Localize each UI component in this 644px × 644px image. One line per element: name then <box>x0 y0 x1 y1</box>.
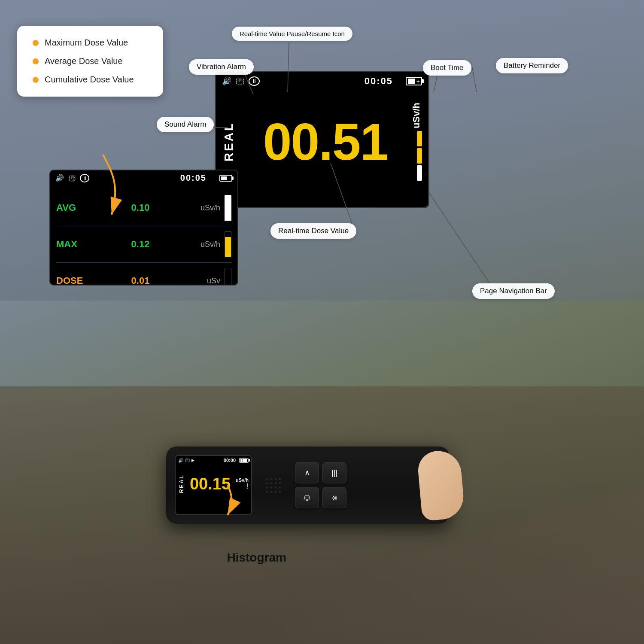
battery-reminder-callout: Battery Reminder <box>496 58 568 73</box>
mini-value-dec: 15 <box>213 475 231 493</box>
realtime-pause-text: Real-time Value Pause/Resume Icon <box>240 30 345 37</box>
page-nav-bar-callout: Page Navigation Bar <box>472 283 555 299</box>
stats-battery <box>219 175 232 182</box>
dose-row: DOSE 0.01 uSv <box>56 263 231 286</box>
stats-battery-cap <box>232 176 234 180</box>
btn-up-icon: ∧ <box>304 468 310 477</box>
nav-seg-2 <box>417 148 422 164</box>
dose-value: 0.01 <box>95 275 186 286</box>
sp-d16 <box>279 490 281 493</box>
battery-reminder-text: Battery Reminder <box>504 61 560 70</box>
unit-text: uSv/h <box>411 103 422 128</box>
nav-seg-1 <box>417 131 422 146</box>
realtime-dose-callout: Real-time Dose Value <box>270 223 356 239</box>
histogram-label: Histogram <box>227 551 286 565</box>
btn-graph[interactable]: ||| <box>322 462 346 483</box>
max-indicator-fill <box>225 237 231 257</box>
realtime-pause-callout: Real-time Value Pause/Resume Icon <box>232 27 352 41</box>
cumul-dot <box>33 77 39 83</box>
stats-screen: 🔊 📳 ⏸ 00:05 AVG 0.10 uSv/h MAX 0.12 uSv/… <box>49 170 238 286</box>
mini-sound-icon: 🔊 <box>178 458 183 463</box>
info-item-max: Maximum Dose Value <box>33 38 148 48</box>
avg-indicator <box>225 195 231 221</box>
device-body: 🔊 📳 ▶ 00:00 REAL 00. 15 uSv/h ! <box>166 447 450 524</box>
mini-value-int: 00. <box>190 475 213 493</box>
avg-dot <box>33 58 39 64</box>
realtime-dose-text: Real-time Dose Value <box>278 227 349 235</box>
unit-section: uSv/h <box>411 103 422 181</box>
boot-time-callout: Boot Time <box>423 60 471 76</box>
btn-settings[interactable]: ⊗ <box>322 487 346 508</box>
stats-status-bar: 🔊 📳 ⏸ 00:05 <box>50 170 237 185</box>
device-container: 🔊 📳 ▶ 00:00 REAL 00. 15 uSv/h ! <box>166 447 450 524</box>
sp-d1 <box>266 477 268 480</box>
vibration-alarm-text: Vibration Alarm <box>197 63 246 71</box>
mini-play-icon: ▶ <box>191 458 194 462</box>
sp-d10 <box>270 486 273 489</box>
sp-d14 <box>270 490 273 493</box>
info-item-avg: Average Dose Value <box>33 56 148 66</box>
dose-indicator <box>225 268 231 286</box>
stats-content: AVG 0.10 uSv/h MAX 0.12 uSv/h DOSE 0.01 … <box>50 185 237 286</box>
battery-indicator: + <box>406 77 422 85</box>
max-value: 0.12 <box>95 239 186 250</box>
btn-user[interactable]: ☺ <box>295 487 319 508</box>
page-nav-bar <box>417 131 422 181</box>
avg-row: AVG 0.10 uSv/h <box>56 190 231 226</box>
sp-d7 <box>274 482 277 484</box>
max-indicator <box>225 231 231 257</box>
mini-vib-icon: 📳 <box>185 458 190 462</box>
dose-label-text: DOSE <box>56 275 95 286</box>
max-dot <box>33 40 39 46</box>
stats-battery-fill <box>221 176 227 180</box>
nav-seg-3 <box>417 165 422 181</box>
btn-settings-icon: ⊗ <box>332 494 337 502</box>
max-unit: uSv/h <box>186 240 220 249</box>
max-label-text: MAX <box>56 239 95 250</box>
sound-icon[interactable]: 🔊 <box>222 76 231 86</box>
max-row: MAX 0.12 uSv/h <box>56 226 231 263</box>
sound-alarm-callout: Sound Alarm <box>157 117 214 132</box>
btn-up[interactable]: ∧ <box>295 462 319 483</box>
page-nav-bar-text: Page Navigation Bar <box>480 287 547 295</box>
boot-time-text: Boot Time <box>431 64 464 72</box>
stats-sound-icon: 🔊 <box>55 174 64 182</box>
boot-time-display: 00:05 <box>365 76 393 87</box>
sp-d6 <box>270 482 273 484</box>
mini-screen: 🔊 📳 ▶ 00:00 REAL 00. 15 uSv/h ! <box>175 455 252 515</box>
max-label: Maximum Dose Value <box>45 38 128 48</box>
mini-bbar2 <box>243 459 245 462</box>
stats-pause-icon: ⏸ <box>80 174 89 182</box>
main-reading-area: REAL 00.51 uSv/h <box>216 90 428 193</box>
mini-value-group: 00. 15 <box>185 475 236 493</box>
mini-unit-group: uSv/h ! <box>236 477 249 490</box>
main-screen: 🔊 📳 ⏸ 00:05 + REAL 00.51 uSv/h <box>215 71 429 208</box>
sp-d15 <box>274 490 277 493</box>
mini-battery <box>239 458 249 463</box>
speaker-area <box>261 477 286 493</box>
sp-d13 <box>266 490 268 493</box>
mini-alert: ! <box>246 483 249 490</box>
mini-status-bar: 🔊 📳 ▶ 00:00 <box>176 456 251 465</box>
avg-label: Average Dose Value <box>45 56 123 66</box>
sp-d3 <box>274 477 277 480</box>
avg-label-text: AVG <box>56 202 95 213</box>
pause-icon[interactable]: ⏸ <box>249 76 260 86</box>
mini-time: 00:00 <box>224 458 236 463</box>
sp-d2 <box>270 477 273 480</box>
sp-d5 <box>266 482 268 484</box>
stats-time: 00:05 <box>180 173 207 183</box>
info-box: Maximum Dose Value Average Dose Value Cu… <box>17 26 163 97</box>
mini-bbar <box>240 459 243 462</box>
real-label: REAL <box>222 122 236 161</box>
vibration-alarm-callout: Vibration Alarm <box>189 59 254 75</box>
sound-alarm-text: Sound Alarm <box>164 120 206 128</box>
vibration-icon[interactable]: 📳 <box>236 77 244 85</box>
stats-vibration-icon: 📳 <box>68 175 76 182</box>
mini-reading: REAL 00. 15 uSv/h ! <box>176 465 251 503</box>
mini-real-label: REAL <box>178 474 185 493</box>
dose-unit: uSv <box>186 276 220 286</box>
sp-d9 <box>266 486 268 489</box>
sp-d8 <box>279 482 281 484</box>
avg-indicator-fill <box>225 208 231 221</box>
